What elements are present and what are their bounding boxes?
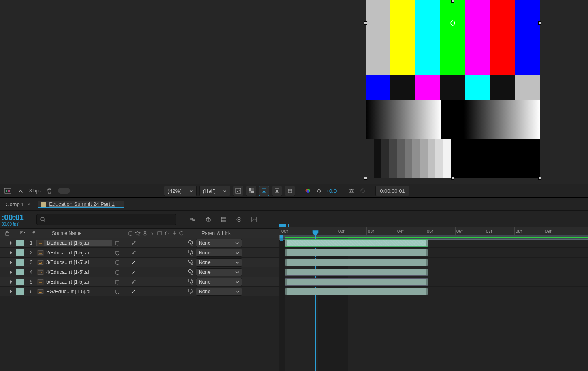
motion-blur-switch[interactable] <box>155 288 161 295</box>
fast-preview-button[interactable] <box>233 186 243 196</box>
layer-preview[interactable] <box>366 0 540 178</box>
lock-column-icon[interactable] <box>4 230 10 236</box>
ruler-tick[interactable]: 09f <box>544 227 573 235</box>
ruler-tick[interactable]: :00f <box>279 227 337 235</box>
render-queue-icon[interactable] <box>16 186 25 195</box>
quality-switch[interactable] <box>130 279 137 285</box>
frame-blend-switch[interactable] <box>147 279 153 285</box>
bit-depth[interactable]: 8 bpc <box>29 188 41 194</box>
layer-name[interactable]: 1/Educa...rt [1-5].ai <box>36 240 112 246</box>
parent-select[interactable]: None <box>196 288 245 296</box>
mask-visibility-button[interactable] <box>259 186 269 196</box>
twirl-icon[interactable] <box>0 241 15 245</box>
frame-blend-icon[interactable] <box>219 215 228 224</box>
track-row[interactable] <box>279 258 588 267</box>
shy-switch[interactable] <box>114 269 121 275</box>
layer-name[interactable]: 3/Educa...rt [1-5].ai <box>36 260 112 265</box>
parent-pickwhip-icon[interactable] <box>185 279 196 285</box>
layer-bar[interactable] <box>285 259 428 266</box>
quality-switch[interactable] <box>130 259 137 266</box>
track-row[interactable] <box>279 267 588 277</box>
collapse-switch[interactable] <box>122 279 129 285</box>
ruler-tick[interactable]: 08f <box>514 227 544 235</box>
current-time[interactable]: :00:01 30.00 fps) <box>0 213 36 226</box>
parent-pickwhip-icon[interactable] <box>185 269 196 275</box>
3d-switch[interactable] <box>171 288 177 295</box>
layer-row[interactable]: 33/Educa...rt [1-5].aiNone <box>0 258 279 267</box>
fx-switch[interactable] <box>138 279 145 285</box>
composition-mini-flowchart-icon[interactable] <box>188 215 197 224</box>
track-row[interactable] <box>279 238 588 248</box>
layer-bar[interactable] <box>285 249 428 256</box>
layer-bar[interactable] <box>285 269 428 276</box>
ruler-tick[interactable]: 06f <box>455 227 485 235</box>
twirl-icon[interactable] <box>0 290 15 294</box>
grid-guides-button[interactable] <box>285 186 295 196</box>
adjustment-switch[interactable] <box>163 240 169 246</box>
selection-handle[interactable] <box>364 177 367 180</box>
3d-switch[interactable] <box>171 259 177 266</box>
layer-search[interactable] <box>36 214 176 225</box>
panel-divider[interactable] <box>0 198 588 198</box>
layer-row[interactable]: 11/Educa...rt [1-5].aiNone <box>0 238 279 248</box>
motion-blur-switch[interactable] <box>155 259 161 266</box>
adjustment-switch[interactable] <box>163 269 169 275</box>
parent-column-header[interactable]: Parent & Link <box>198 230 266 236</box>
parent-pickwhip-icon[interactable] <box>185 240 196 246</box>
shy-switch[interactable] <box>114 279 121 285</box>
layer-row[interactable]: 44/Educa...rt [1-5].aiNone <box>0 267 279 277</box>
color-management-icon[interactable] <box>303 186 312 195</box>
layer-bar[interactable] <box>285 288 428 295</box>
collapse-switch[interactable] <box>122 288 129 295</box>
selection-handle[interactable] <box>538 21 541 25</box>
motion-blur-switch[interactable] <box>155 269 161 275</box>
adjustment-icon[interactable] <box>171 230 177 236</box>
ruler-tick[interactable]: 04f <box>396 227 426 235</box>
layer-name[interactable]: 4/Educa...rt [1-5].ai <box>36 269 112 275</box>
parent-pickwhip-icon[interactable] <box>185 289 196 294</box>
graph-editor-icon[interactable] <box>250 215 259 224</box>
shy-icon[interactable] <box>128 230 133 236</box>
time-navigator-start[interactable] <box>279 224 286 227</box>
fx-switch[interactable] <box>138 288 145 295</box>
3d-switch[interactable] <box>171 269 177 275</box>
collapse-switch[interactable] <box>122 269 129 275</box>
layer-label-swatch[interactable] <box>16 240 24 246</box>
index-column-header[interactable]: # <box>31 230 49 236</box>
fx-switch[interactable] <box>138 269 145 275</box>
adjustment-switch[interactable] <box>163 259 169 266</box>
layer-label-swatch[interactable] <box>16 269 24 275</box>
track-row[interactable] <box>279 277 588 287</box>
transparency-grid-button[interactable] <box>246 186 256 196</box>
tab-comp1[interactable]: Comp 1 × <box>2 201 34 207</box>
track-row[interactable] <box>279 248 588 258</box>
fx-switch[interactable] <box>138 249 145 256</box>
adjustment-switch[interactable] <box>163 279 169 285</box>
3d-switch[interactable] <box>171 249 177 256</box>
motion-blur-col-icon[interactable] <box>164 230 170 236</box>
ruler-tick[interactable]: 03f <box>366 227 396 235</box>
twirl-icon[interactable] <box>0 251 15 255</box>
layer-label-swatch[interactable] <box>16 288 24 295</box>
quality-switch[interactable] <box>130 240 137 246</box>
shy-switch[interactable] <box>114 249 121 256</box>
collapse-switch[interactable] <box>122 240 129 246</box>
quality-icon[interactable]: fx <box>149 230 155 236</box>
frame-blend-switch[interactable] <box>147 288 153 295</box>
selection-handle[interactable] <box>451 177 454 180</box>
ruler-tick[interactable]: 02f <box>337 227 366 235</box>
source-name-column-header[interactable]: Source Name <box>49 230 125 236</box>
layer-label-swatch[interactable] <box>16 279 24 285</box>
tab-menu-icon[interactable]: ≡ <box>118 201 121 207</box>
parent-select[interactable]: None <box>196 249 245 257</box>
twirl-icon[interactable] <box>0 280 15 284</box>
ruler-tick[interactable]: 07f <box>485 227 514 235</box>
composition-panel[interactable] <box>160 0 588 184</box>
frame-blend-col-icon[interactable] <box>157 230 162 236</box>
3d-layer-col-icon[interactable] <box>179 230 184 236</box>
snapshot-icon[interactable] <box>347 186 356 195</box>
layer-label-swatch[interactable] <box>16 249 24 256</box>
shy-switch[interactable] <box>114 288 121 295</box>
motion-blur-switch[interactable] <box>155 279 161 285</box>
quality-switch[interactable] <box>130 269 137 275</box>
